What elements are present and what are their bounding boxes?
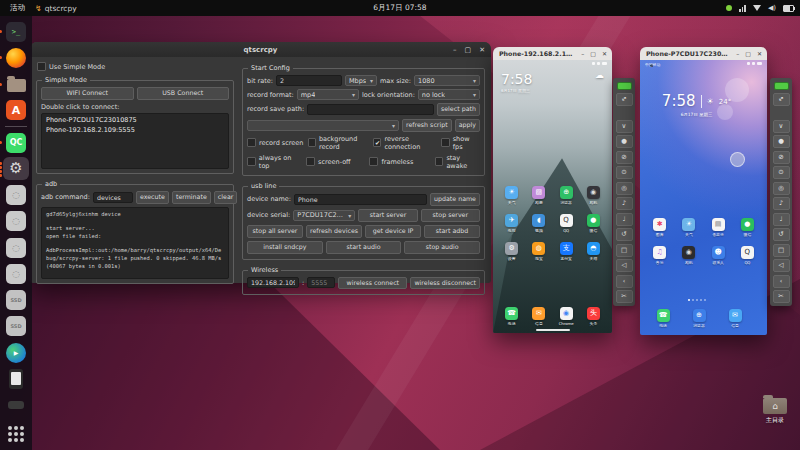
app-camera[interactable]: ◉相机 [580, 186, 607, 205]
adb-console-output[interactable]: gd7d65ylgj6xinhm device start server... … [41, 207, 229, 279]
phone1-titlebar[interactable]: Phone-192.168.2.109:5555 – ▢ ✕ [493, 47, 612, 60]
app-tmall[interactable]: ◓天猫 [580, 242, 607, 261]
menu-button[interactable]: ‹ [773, 275, 790, 288]
select-path-button[interactable]: select path [437, 103, 480, 116]
volume-up-button[interactable]: ♪ [616, 197, 633, 210]
app-video[interactable]: ◖视频 [525, 214, 552, 233]
volume-icon[interactable]: ◀) [768, 4, 776, 12]
stay-awake-checkbox[interactable]: stay awake [435, 154, 480, 170]
home-button[interactable]: □ [616, 244, 633, 257]
screen-on-button[interactable]: ⊙ [616, 166, 633, 179]
fullscreen-button[interactable]: ↕ [773, 93, 790, 106]
screen-off-button[interactable]: ⊘ [773, 151, 790, 164]
dock-item-qtscrcpy[interactable]: QC [3, 131, 29, 154]
device-list-item[interactable]: Phone-P7CDU17C23010875 [42, 115, 228, 125]
app-qq[interactable]: QQQ [553, 214, 580, 233]
app-telegram[interactable]: ✈电报 [498, 214, 525, 233]
app-contacts[interactable]: ☻联系人 [704, 246, 733, 265]
install-sndcpy-button[interactable]: install sndcpy [247, 241, 323, 254]
app-wechat[interactable]: ●微信 [733, 218, 762, 237]
apply-button[interactable]: apply [455, 119, 480, 132]
usb-connect-button[interactable]: USB Connect [137, 87, 230, 100]
bit-rate-unit-combo[interactable]: Mbps▾ [345, 75, 377, 86]
app-settings[interactable]: ⚙设置 [498, 242, 525, 261]
dock-item-files[interactable] [3, 73, 29, 96]
phone2-screen[interactable]: 中国移动 7:58 ☀ 24° 6月17日 星期三 ✱图库 ☀天气 ▤备忘录 ●… [640, 60, 767, 335]
app-wechat[interactable]: ●微信 [580, 214, 607, 233]
device-list-item[interactable]: Phone-192.168.2.109:5555 [42, 125, 228, 135]
get-device-ip-button[interactable]: get device IP [365, 225, 421, 238]
network-icon[interactable] [753, 5, 761, 11]
touch-button[interactable]: ● [773, 135, 790, 148]
refresh-script-button[interactable]: refresh script [402, 119, 452, 132]
app-messages[interactable]: ✉信息 [525, 307, 552, 326]
back-button[interactable]: ◁ [773, 259, 790, 272]
record-screen-checkbox[interactable]: record screen [247, 138, 305, 147]
dock-item-remote-app[interactable]: ▶ [3, 341, 29, 364]
screenshot-button[interactable]: ✂ [616, 290, 633, 303]
app-gallery[interactable]: ✱图库 [645, 218, 674, 237]
dock-item-phone-device[interactable] [3, 367, 29, 390]
screen-off-checkbox[interactable]: screen-off [306, 157, 366, 166]
start-audio-button[interactable]: start audio [326, 241, 402, 254]
volume-up-button[interactable]: ♪ [773, 197, 790, 210]
expand-notification-button[interactable]: ∨ [616, 120, 633, 133]
show-applications-button[interactable] [3, 423, 29, 446]
qtscrcpy-titlebar[interactable]: qtscrcpy – ▢ ✕ [30, 42, 491, 57]
refresh-devices-button[interactable]: refresh devices [306, 225, 362, 238]
bit-rate-input[interactable] [276, 75, 342, 86]
dock-item-mirror-window-3[interactable]: ◌ [3, 236, 29, 259]
wifi-connect-button[interactable]: WIFI Connect [41, 87, 134, 100]
app-phone[interactable]: ☎电话 [645, 309, 681, 328]
app-music[interactable]: ♫音乐 [645, 246, 674, 265]
phone2-titlebar[interactable]: Phone-P7CDU17C23010875 – ▢ ✕ [640, 47, 767, 60]
app-toutiao[interactable]: 头头条 [580, 307, 607, 326]
battery-icon[interactable] [783, 5, 794, 12]
device-serial-combo[interactable]: P7CDU17C23010875▾ [293, 210, 355, 221]
dock-item-firefox[interactable] [3, 46, 29, 69]
app-phone[interactable]: ☎电话 [498, 307, 525, 326]
app-chrome[interactable]: ◉Chrome [553, 307, 580, 326]
dock-item-mirror-window-4[interactable]: ◌ [3, 262, 29, 285]
dock-item-settings[interactable]: ⚙ [3, 157, 29, 180]
dock-item-terminal[interactable]: >_ [3, 20, 29, 43]
close-button[interactable]: ✕ [602, 50, 607, 57]
assistive-touch-ball[interactable] [730, 152, 745, 167]
always-on-top-checkbox[interactable]: always on top [247, 154, 303, 170]
weather-cloud-icon[interactable]: ☁ [595, 70, 604, 80]
record-save-path-input[interactable] [307, 104, 434, 115]
minimize-button[interactable]: – [736, 50, 739, 57]
update-name-button[interactable]: update name [430, 193, 480, 206]
show-fps-checkbox[interactable]: show fps [441, 135, 480, 151]
lock-orientation-combo[interactable]: no lock▾ [418, 89, 480, 100]
screenshot-button[interactable]: ✂ [773, 290, 790, 303]
recording-indicator-icon[interactable] [726, 5, 732, 11]
desktop-home-folder[interactable]: 主目录 [750, 398, 800, 425]
adb-command-input[interactable] [93, 192, 133, 203]
expand-notification-button[interactable]: ∨ [773, 120, 790, 133]
phone1-screen[interactable]: 7:58 6月17日 星期三 ☁ ☀天气 ▨相册 ⊕浏览器 ◉相机 ✈电报 ◖视… [493, 60, 612, 333]
stop-server-button[interactable]: stop server [421, 209, 480, 222]
phone2-clock-widget[interactable]: 7:58 ☀ 24° 6月17日 星期三 [640, 94, 753, 117]
record-format-combo[interactable]: mp4▾ [297, 89, 359, 100]
close-button[interactable]: ✕ [479, 46, 485, 54]
power-button[interactable]: ◎ [616, 182, 633, 195]
wireless-connect-button[interactable]: wireless connect [338, 277, 407, 290]
input-method-icon[interactable] [739, 5, 746, 12]
dock-item-mirror-window-1[interactable]: ◌ [3, 183, 29, 206]
app-qq[interactable]: QQQ [733, 246, 762, 265]
dock-item-minimized[interactable] [3, 393, 29, 416]
device-name-input[interactable] [294, 194, 427, 205]
stop-audio-button[interactable]: stop audio [404, 241, 480, 254]
terminate-button[interactable]: terminate [172, 191, 211, 204]
app-weather[interactable]: ☀天气 [498, 186, 525, 205]
app-camera[interactable]: ◉相机 [674, 246, 703, 265]
app-messages[interactable]: ✉信息 [717, 309, 753, 328]
maximize-button[interactable]: ▢ [745, 50, 751, 57]
close-button[interactable]: ✕ [757, 50, 762, 57]
app-weather[interactable]: ☀天气 [674, 218, 703, 237]
execute-button[interactable]: execute [136, 191, 169, 204]
maximize-button[interactable]: ▢ [590, 50, 596, 57]
minimize-button[interactable]: – [453, 46, 457, 54]
minimize-button[interactable]: – [581, 50, 584, 57]
